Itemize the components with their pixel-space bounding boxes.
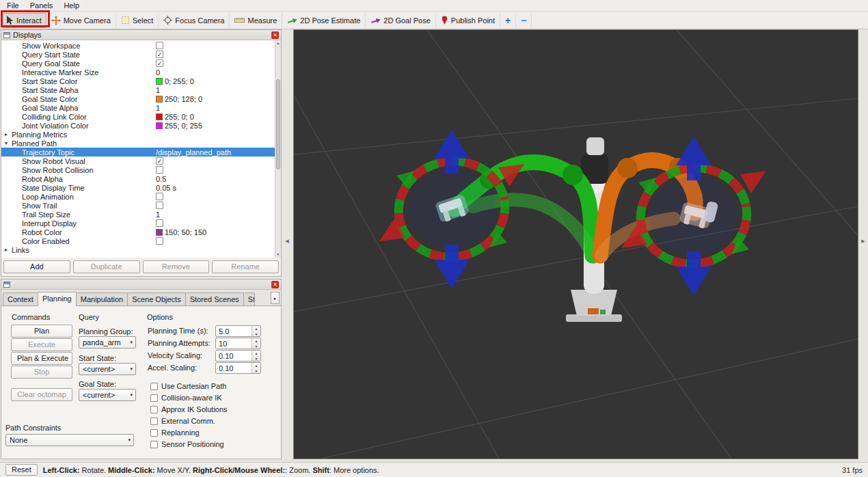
displays-scrollbar[interactable]: ▲ ▼ [275, 40, 281, 258]
property-checkbox[interactable] [156, 237, 163, 245]
tab-stored-scenes[interactable]: Stored Scenes [185, 292, 244, 305]
use-cartesian-path-checkbox[interactable] [150, 383, 158, 390]
start-interactive-marker[interactable] [379, 130, 524, 288]
property-row-loop-animation[interactable]: Loop Animation [1, 192, 275, 201]
select-button[interactable]: Select [116, 13, 159, 28]
splitter-handle-right[interactable]: ▶ [860, 235, 867, 247]
goal-pose-button[interactable]: 2D Goal Pose [366, 13, 435, 28]
sensor-positioning-checkbox[interactable] [150, 441, 158, 448]
planning-time-s-spinner[interactable]: 5.0▲▼ [215, 325, 261, 337]
spin-up-icon[interactable]: ▲ [252, 326, 260, 331]
property-row-planning-metrics[interactable]: ▸Planning Metrics [1, 130, 275, 139]
property-row-show-robot-visual[interactable]: Show Robot Visual✓ [1, 156, 275, 165]
plan-execute-button[interactable]: Plan & Execute [11, 352, 72, 365]
tab-planning[interactable]: Planning [38, 292, 77, 306]
property-checkbox[interactable] [156, 42, 163, 49]
velocity-scaling-spinner[interactable]: 0.10▲▼ [215, 350, 261, 362]
planning-group-select[interactable]: panda_arm▾ [79, 336, 136, 349]
property-row-goal-state-alpha[interactable]: Goal State Alpha1 [1, 103, 275, 112]
collapse-arrow-icon[interactable]: ▸ [5, 131, 12, 137]
property-row-show-trail[interactable]: Show Trail [1, 201, 275, 210]
spinner-buttons[interactable]: ▲▼ [252, 363, 260, 373]
scroll-down-icon[interactable]: ▼ [277, 251, 280, 258]
spin-down-icon[interactable]: ▼ [252, 331, 260, 337]
property-row-trail-step-size[interactable]: Trail Step Size1 [1, 210, 275, 219]
start-state-select[interactable]: <current>▾ [79, 363, 136, 375]
plan-button[interactable]: Plan [11, 325, 72, 338]
property-row-robot-alpha[interactable]: Robot Alpha0.5 [1, 174, 275, 183]
property-checkbox[interactable] [156, 202, 163, 209]
property-row-query-goal-state[interactable]: Query Goal State✓ [1, 59, 275, 68]
property-checkbox[interactable] [156, 166, 163, 174]
property-value: 255; 0; 255 [165, 122, 202, 130]
property-row-interrupt-display[interactable]: Interrupt Display [1, 219, 275, 228]
property-row-query-start-state[interactable]: Query Start State✓ [1, 50, 275, 59]
add-button[interactable]: Add [3, 260, 70, 273]
spin-up-icon[interactable]: ▲ [252, 351, 260, 356]
tab-manipulation[interactable]: Manipulation [76, 292, 128, 305]
property-row-planned-path[interactable]: ▾Planned Path [1, 139, 275, 148]
motion-planning-panel-header[interactable]: ✕ [1, 280, 281, 290]
replanning-checkbox[interactable] [150, 429, 158, 437]
property-row-trajectory-topic[interactable]: Trajectory Topic/display_planned_path [1, 148, 275, 156]
property-checkbox[interactable]: ✓ [156, 51, 163, 58]
goal-state-select[interactable]: <current>▾ [79, 389, 136, 401]
approx-ik-solutions-checkbox[interactable] [150, 406, 158, 413]
menu-panels[interactable]: Panels [25, 1, 58, 10]
tab-context[interactable]: Context [3, 292, 38, 305]
property-row-color-enabled[interactable]: Color Enabled [1, 236, 275, 245]
publish-point-button[interactable]: Publish Point [436, 13, 500, 28]
splitter-handle-left[interactable]: ◀ [284, 235, 290, 247]
menu-help[interactable]: Help [59, 1, 84, 10]
property-row-colliding-link-color[interactable]: Colliding Link Color255; 0; 0 [1, 112, 275, 121]
expand-arrow-icon[interactable]: ▾ [5, 140, 12, 146]
close-icon[interactable]: ✕ [271, 31, 279, 39]
collision-aware-ik-checkbox[interactable] [150, 394, 158, 402]
property-row-show-workspace[interactable]: Show Workspace [1, 41, 275, 50]
planning-attempts-spinner[interactable]: 10▲▼ [215, 338, 261, 349]
spin-up-icon[interactable]: ▲ [252, 338, 260, 344]
scroll-up-icon[interactable]: ▲ [277, 40, 280, 46]
accel-scaling-spinner[interactable]: 0.10▲▼ [215, 362, 261, 374]
property-row-start-state-alpha[interactable]: Start State Alpha1 [1, 85, 275, 94]
property-row-links[interactable]: ▸Links [1, 245, 275, 254]
reset-button[interactable]: Reset [5, 464, 38, 476]
scrollbar-track[interactable] [275, 46, 281, 251]
spinner-buttons[interactable]: ▲▼ [252, 351, 260, 361]
property-row-interactive-marker-size[interactable]: Interactive Marker Size0 [1, 68, 275, 77]
collapse-arrow-icon[interactable]: ▸ [5, 247, 12, 253]
external-comm-checkbox[interactable] [150, 418, 158, 425]
spin-down-icon[interactable]: ▼ [252, 344, 260, 349]
spinner-buttons[interactable]: ▲▼ [252, 338, 260, 349]
spin-down-icon[interactable]: ▼ [252, 356, 260, 362]
measure-button[interactable]: Measure [230, 13, 282, 28]
property-checkbox[interactable] [156, 219, 163, 227]
tab-scene-objects[interactable]: Scene Objects [127, 292, 186, 305]
property-row-start-state-color[interactable]: Start State Color0; 255; 0 [1, 77, 275, 85]
interact-button[interactable]: Interact [1, 13, 46, 28]
scrollbar-thumb[interactable] [276, 79, 280, 169]
spinner-buttons[interactable]: ▲▼ [252, 326, 260, 336]
move-camera-button[interactable]: Move Camera [46, 13, 116, 28]
property-row-goal-state-color[interactable]: Goal State Color250; 128; 0 [1, 94, 275, 103]
focus-camera-button[interactable]: Focus Camera [159, 13, 230, 28]
property-row-robot-color[interactable]: Robot Color150; 50; 150 [1, 228, 275, 236]
property-checkbox[interactable]: ✓ [156, 59, 163, 67]
property-row-joint-violation-color[interactable]: Joint Violation Color255; 0; 255 [1, 121, 275, 130]
property-row-state-display-time[interactable]: State Display Time0.05 s [1, 183, 275, 192]
property-checkbox[interactable]: ✓ [156, 157, 163, 165]
property-checkbox[interactable] [156, 193, 163, 200]
tab-scroll-right-icon[interactable]: ▸ [271, 292, 280, 304]
path-constraints-select[interactable]: None ▾ [5, 434, 134, 446]
3d-viewport[interactable] [293, 29, 858, 459]
menu-file[interactable]: File [2, 1, 24, 10]
close-icon[interactable]: ✕ [271, 281, 279, 288]
pose-estimate-button[interactable]: 2D Pose Estimate [282, 13, 366, 28]
tab-sto[interactable]: Sto [243, 292, 255, 305]
property-row-show-robot-collision[interactable]: Show Robot Collision [1, 165, 275, 174]
spin-up-icon[interactable]: ▲ [252, 363, 260, 368]
remove-tool-button[interactable]: − [516, 13, 532, 28]
add-tool-button[interactable]: + [500, 13, 516, 28]
displays-panel-header[interactable]: Displays ✕ [1, 30, 281, 40]
spin-down-icon[interactable]: ▼ [252, 368, 260, 374]
